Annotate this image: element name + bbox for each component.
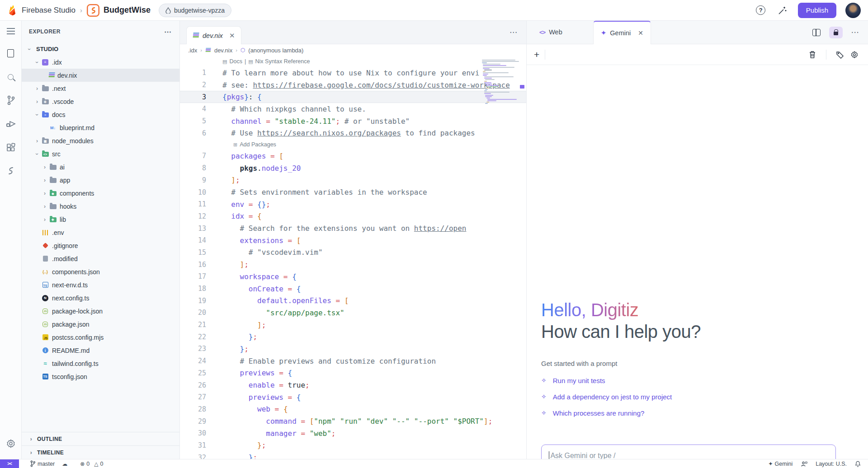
tree-item-node-modules[interactable]: ›▣node_modules (22, 134, 179, 147)
codelens-docs[interactable]: ▤Docs|▤Nix Syntax Reference (180, 56, 526, 67)
prompt-suggestion-1[interactable]: ✧Run my unit tests (541, 372, 672, 388)
code-line-1[interactable]: 1# To learn more about how to use Nix to… (180, 67, 526, 79)
problems-status[interactable]: ⊗ 0 △ 0 (80, 461, 103, 467)
code-line-14[interactable]: 14 extensions = [ (180, 234, 526, 247)
code-line-13[interactable]: 13 # Search for the extensions you want … (180, 222, 526, 234)
minimap[interactable] (482, 60, 524, 168)
tree-item-components[interactable]: ›◈components (22, 187, 179, 200)
code-line-15[interactable]: 15 # "vscodevim.vim" (180, 247, 526, 259)
notifications-button[interactable] (855, 460, 861, 467)
tree-item--gitignore[interactable]: .gitignore (22, 239, 179, 252)
code-line-16[interactable]: 16 ]; (180, 258, 526, 271)
tab-web[interactable]: <> Web (532, 20, 570, 44)
code-line-9[interactable]: 9 ]; (180, 174, 526, 187)
code-line-17[interactable]: 17 workspace = { (180, 271, 526, 283)
search-view-button[interactable] (0, 65, 22, 89)
code-line-5[interactable]: 5 channel = "stable-24.11"; # or "unstab… (180, 115, 526, 127)
add-packages-link[interactable]: Add Packages (240, 141, 276, 148)
tree-item--vscode[interactable]: ›⚙.vscode (22, 95, 179, 108)
docs-link[interactable]: Docs (229, 58, 242, 65)
tree-item-app[interactable]: ›app (22, 173, 179, 187)
extensions-button[interactable] (0, 136, 22, 159)
code-line-19[interactable]: 19 default.openFiles = [ (180, 295, 526, 307)
breadcrumb-idx[interactable]: .idx (188, 47, 197, 54)
code-line-25[interactable]: 25 previews = { (180, 367, 526, 379)
split-editor-button[interactable] (810, 26, 823, 39)
tree-item-readme-md[interactable]: iREADME.md (22, 344, 179, 357)
settings-button[interactable] (0, 432, 22, 455)
code-line-28[interactable]: 28 web = { (180, 403, 526, 416)
tree-item-tsconfig-json[interactable]: TStsconfig.json (22, 370, 179, 383)
codelens-add-packages[interactable]: ⊞Add Packages (180, 139, 526, 150)
tree-item-hooks[interactable]: ›hooks (22, 200, 179, 213)
firebase-studio-view-button[interactable] (0, 159, 22, 183)
tree-item--idx[interactable]: ›≡.idx (22, 56, 179, 69)
label-chat-button[interactable] (834, 48, 846, 61)
sync-button[interactable]: ☁ (62, 461, 67, 467)
lock-toggle-button[interactable] (829, 27, 843, 38)
tree-item--modified[interactable]: .modified (22, 252, 179, 265)
code-line-3[interactable]: 3{pkgs}: { (180, 91, 526, 103)
panel-more-button[interactable]: ⋯ (849, 26, 862, 39)
tree-item-next-env-d-ts[interactable]: TSnext-env.d.ts (22, 278, 179, 291)
code-line-23[interactable]: 23 }; (180, 343, 526, 355)
code-line-2[interactable]: 2# see: https://firebase.google.com/docs… (180, 79, 526, 91)
publish-button[interactable]: Publish (798, 3, 836, 18)
code-line-12[interactable]: 12 idx = { (180, 211, 526, 223)
user-avatar[interactable] (845, 3, 861, 18)
code-line-24[interactable]: 24 # Enable previews and customize confi… (180, 355, 526, 367)
tab-gemini[interactable]: ✦ Gemini ✕ (593, 21, 651, 44)
code-line-6[interactable]: 6 # Use https://search.nixos.org/package… (180, 127, 526, 139)
explorer-view-button[interactable] (0, 42, 22, 65)
firebase-studio-brand[interactable]: Firebase Studio (7, 5, 75, 16)
code-line-30[interactable]: 30 manager = "web"; (180, 427, 526, 440)
nix-syntax-reference-link[interactable]: Nix Syntax Reference (255, 58, 310, 65)
code-line-22[interactable]: 22 }; (180, 331, 526, 343)
tree-item-postcss-config-mjs[interactable]: JSpostcss.config.mjs (22, 331, 179, 344)
tree-item-components-json[interactable]: {..}components.json (22, 265, 179, 278)
code-line-8[interactable]: 8 pkgs.nodejs_20 (180, 162, 526, 174)
code-area[interactable]: ▤Docs|▤Nix Syntax Reference1# To learn m… (180, 56, 526, 459)
code-line-20[interactable]: 20 "src/app/page.tsx" (180, 307, 526, 319)
tree-item-studio[interactable]: ›STUDIO (22, 42, 179, 56)
chat-settings-button[interactable] (848, 48, 861, 61)
tree-item-package-lock-json[interactable]: JSpackage-lock.json (22, 304, 179, 318)
prompt-suggestion-3[interactable]: ✧Which processes are running? (541, 405, 672, 421)
new-chat-button[interactable]: + (534, 49, 539, 60)
code-line-27[interactable]: 27 previews = { (180, 391, 526, 403)
editor-more-button[interactable]: ⋯ (509, 28, 526, 37)
close-tab-icon[interactable]: ✕ (229, 32, 235, 40)
tree-item-next-config-ts[interactable]: Nnext.config.ts (22, 291, 179, 304)
menu-button[interactable] (0, 21, 22, 42)
code-line-11[interactable]: 11 env = {}; (180, 198, 526, 211)
workspace-badge[interactable]: budgetwise-vpzza (159, 4, 231, 17)
code-line-10[interactable]: 10 # Sets environment variables in the w… (180, 186, 526, 198)
tree-item-blueprint-md[interactable]: M↓blueprint.md (22, 121, 179, 134)
tree-item-ai[interactable]: ›ai (22, 160, 179, 173)
breadcrumb-file[interactable]: dev.nix (214, 47, 232, 54)
feedback-button[interactable] (801, 461, 807, 467)
breadcrumb-symbol[interactable]: (anonymous lambda) (248, 47, 303, 54)
source-control-button[interactable] (0, 89, 22, 112)
tree-item-package-json[interactable]: JSpackage.json (22, 318, 179, 331)
run-debug-button[interactable] (0, 112, 22, 136)
explorer-more-button[interactable]: ⋯ (164, 28, 172, 36)
outline-section[interactable]: › OUTLINE (22, 432, 179, 445)
tree-item-lib[interactable]: ›✚lib (22, 213, 179, 226)
remote-indicator[interactable]: >< (0, 459, 19, 468)
code-line-21[interactable]: 21 ]; (180, 319, 526, 331)
code-line-18[interactable]: 18 onCreate = { (180, 283, 526, 295)
git-branch-status[interactable]: master (30, 460, 55, 467)
tree-item-tailwind-config-ts[interactable]: ≈tailwind.config.ts (22, 357, 179, 370)
tree-item--env[interactable]: .env (22, 226, 179, 239)
help-button[interactable]: ? (755, 4, 767, 17)
code-line-32[interactable]: 32 }; (180, 451, 526, 459)
magic-wand-button[interactable] (776, 4, 789, 17)
close-tab-icon[interactable]: ✕ (638, 29, 643, 37)
layout-status[interactable]: Layout: U.S. (816, 461, 847, 467)
code-line-26[interactable]: 26 enable = true; (180, 379, 526, 391)
code-line-7[interactable]: 7 packages = [ (180, 150, 526, 162)
gemini-status[interactable]: ✦ Gemini (768, 460, 793, 467)
tree-item-src[interactable]: ›<>src (22, 147, 179, 160)
timeline-section[interactable]: › TIMELINE (22, 445, 179, 459)
